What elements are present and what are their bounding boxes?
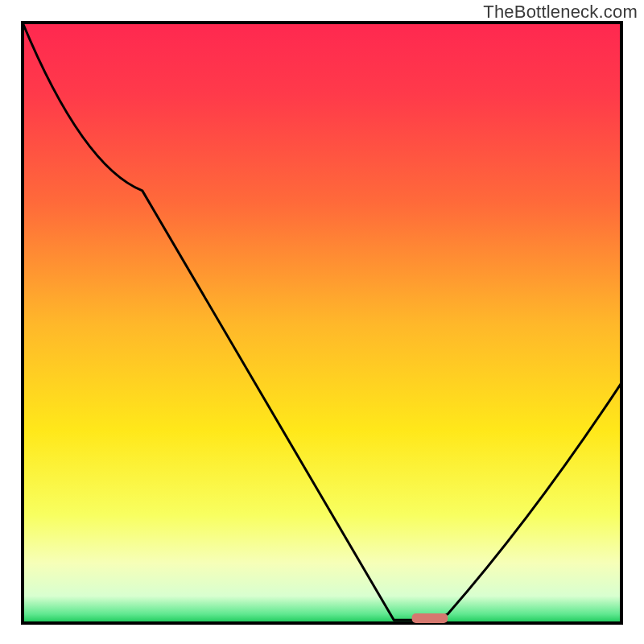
plot-background [23, 23, 621, 623]
bottleneck-chart: TheBottleneck.com [0, 0, 644, 644]
chart-svg [0, 0, 644, 644]
watermark-text: TheBottleneck.com [483, 2, 638, 23]
highlight-marker [412, 613, 448, 623]
